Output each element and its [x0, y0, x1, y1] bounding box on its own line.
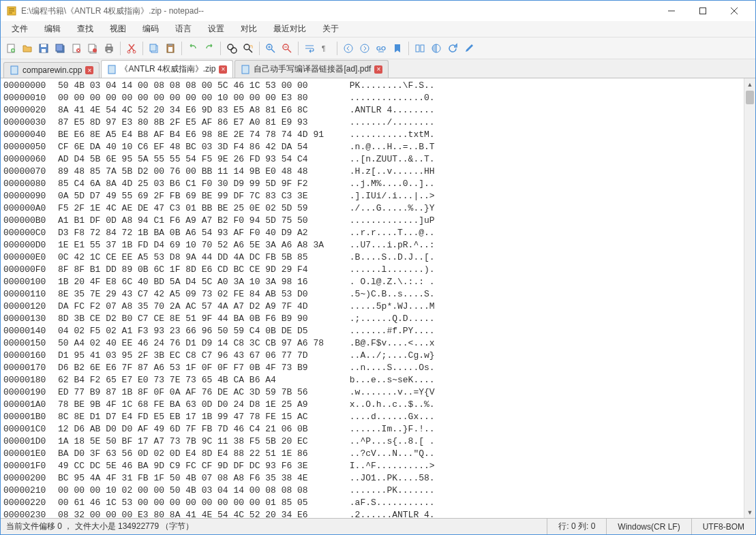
tab-compiler-pdf[interactable]: 自己动手写编译器链接器[ad].pdf × [235, 60, 389, 78]
menu-find[interactable]: 查找 [69, 21, 102, 37]
hex-row[interactable]: 00000200BC 95 4A 4F 31 FB 1F 50 4B 07 08… [3, 472, 753, 485]
tab-close-icon[interactable]: × [374, 65, 382, 74]
svg-rect-6 [42, 49, 46, 52]
hex-row[interactable]: 00000160D1 95 41 03 95 2F 3B EC C8 C7 96… [3, 350, 753, 362]
next-icon[interactable] [357, 41, 372, 56]
tab-close-icon[interactable]: × [85, 66, 93, 74]
svg-rect-34 [421, 45, 424, 52]
hex-row[interactable]: 0000022000 61 46 1C 53 00 00 00 00 00 00… [3, 497, 753, 509]
paste-icon[interactable] [163, 41, 178, 56]
toolbar-separator [259, 42, 260, 55]
cut-icon[interactable] [124, 41, 139, 56]
svg-rect-1 [700, 8, 706, 14]
hex-row[interactable]: 0000015050 A4 02 40 EE 46 24 76 D1 D9 14… [3, 337, 753, 350]
hex-row[interactable]: 0000007089 48 85 7A 5B D2 00 76 00 BB 11… [3, 166, 753, 178]
menu-encoding[interactable]: 编码 [134, 21, 167, 37]
menu-edit[interactable]: 编辑 [36, 21, 69, 37]
hex-row[interactable]: 0000008085 C4 6A 8A 4D 25 03 B6 C1 F0 30… [3, 178, 753, 190]
save-all-icon[interactable] [52, 41, 67, 56]
hex-row[interactable]: 000001108E 35 7E 29 43 C7 42 A5 09 73 02… [3, 288, 753, 301]
hex-row[interactable]: 0000001000 00 00 00 00 00 00 00 00 00 10… [3, 92, 753, 104]
svg-text:GO: GO [376, 45, 386, 52]
vertical-scrollbar[interactable]: ▲ ▼ [744, 78, 755, 518]
new-file-icon[interactable] [3, 41, 18, 56]
show-chars-icon[interactable]: ¶ [318, 41, 333, 56]
hex-row[interactable]: 000000D01E E1 55 37 1B FD D4 69 10 70 52… [3, 239, 753, 251]
toolbar-separator [181, 42, 182, 55]
bookmark-icon[interactable] [390, 41, 405, 56]
tab-comparewin[interactable]: comparewin.cpp × [3, 62, 100, 78]
hex-row[interactable]: 00000060AD D4 5B 6E 95 5A 55 55 54 F5 9E… [3, 153, 753, 166]
word-wrap-icon[interactable] [302, 41, 317, 56]
editor-area[interactable]: 0000000050 4B 03 04 14 00 08 08 08 00 5C… [1, 78, 755, 518]
scroll-down-arrow[interactable]: ▼ [744, 506, 755, 518]
replace-icon[interactable] [241, 41, 256, 56]
scroll-up-arrow[interactable]: ▲ [744, 78, 755, 90]
prev-icon[interactable] [341, 41, 356, 56]
save-icon[interactable] [36, 41, 51, 56]
refresh-icon[interactable] [445, 41, 460, 56]
menu-compare[interactable]: 对比 [232, 21, 265, 37]
hex-row[interactable]: 00000050CF 6E DA 40 10 C6 EF 48 BC 03 3D… [3, 141, 753, 153]
hex-row[interactable]: 000001308D 3B CE D2 B0 C7 CE 8E 51 9F 44… [3, 313, 753, 325]
hex-view[interactable]: 0000000050 4B 03 04 14 00 08 08 08 00 5C… [1, 78, 755, 518]
print-icon[interactable] [102, 41, 117, 56]
undo-icon[interactable] [185, 41, 200, 56]
menu-view[interactable]: 视图 [102, 21, 134, 37]
menu-about[interactable]: 关于 [314, 21, 347, 37]
hex-row[interactable]: 0000018062 B4 F2 65 E7 E0 73 7E 73 65 4B… [3, 374, 753, 386]
open-file-icon[interactable] [20, 41, 35, 56]
hex-row[interactable]: 000000F08F 8F B1 DD 89 0B 6C 1F 8D E6 CD… [3, 264, 753, 276]
maximize-button[interactable] [687, 1, 719, 21]
goto-icon[interactable]: GO [374, 41, 389, 56]
minimize-button[interactable] [656, 1, 687, 21]
status-eol[interactable]: Windows(CR LF) [606, 519, 691, 534]
copy-icon[interactable] [147, 41, 162, 56]
hex-row[interactable]: 000001F049 CC DC 5E 46 BA 9D C9 FC CF 9D… [3, 460, 753, 472]
scroll-thumb[interactable] [746, 91, 754, 104]
compare-icon[interactable] [412, 41, 427, 56]
hex-row[interactable]: 000001C012 D6 AB D0 D0 AF 49 6D 7F FB 7D… [3, 423, 753, 435]
close-file-icon[interactable] [69, 41, 84, 56]
close-all-icon[interactable] [85, 41, 100, 56]
hex-row[interactable]: 000000900A 5D D7 49 55 69 2F FB 69 BE 99… [3, 190, 753, 202]
menu-language[interactable]: 语言 [167, 21, 200, 37]
hex-row[interactable]: 000001D01A 18 5E 50 BF 17 A7 73 7B 9C 11… [3, 435, 753, 448]
edit-icon[interactable] [462, 41, 477, 56]
hex-row[interactable]: 0000014004 02 F5 02 A1 F3 93 23 66 96 50… [3, 325, 753, 337]
hex-row[interactable]: 00000170D6 B2 6E E6 7F 87 A6 53 1F 0F 0F… [3, 362, 753, 374]
hex-row[interactable]: 000000B0A1 B1 DF 0D A8 94 C1 F6 A9 A7 B2… [3, 215, 753, 227]
status-position: 行: 0 列: 0 [547, 519, 606, 534]
hex-row[interactable]: 00000040BE E6 8E A5 E4 B8 AF B4 E6 98 8E… [3, 129, 753, 141]
hex-row[interactable]: 000000E00C 42 1C CE EE A5 53 D8 9A 44 DD… [3, 251, 753, 264]
hex-row[interactable]: 000000A0F5 2F 1E 4C AE DE 47 C3 01 BB BE… [3, 202, 753, 215]
menu-file[interactable]: 文件 [3, 21, 36, 37]
zoom-out-icon[interactable] [279, 41, 294, 56]
menu-settings[interactable]: 设置 [200, 21, 232, 37]
tab-antlr-zip[interactable]: 《ANTLR 4权威指南》.zip × [101, 60, 233, 78]
hex-row[interactable]: 0000021000 00 00 10 02 00 00 50 4B 03 04… [3, 485, 753, 497]
redo-icon[interactable] [202, 41, 217, 56]
find-icon[interactable] [224, 41, 239, 56]
hex-row[interactable]: 0000003087 E5 8D 97 E3 80 8B 2F E5 AF 86… [3, 117, 753, 129]
close-button[interactable] [719, 1, 750, 21]
hex-row[interactable]: 000001B08C 8E D1 D7 E4 FD E5 EB 17 1B 99… [3, 411, 753, 423]
hex-row[interactable]: 00000120DA FC F2 07 A8 35 70 2A AC 57 4A… [3, 301, 753, 313]
tab-close-icon[interactable]: × [219, 65, 227, 74]
svg-rect-38 [242, 65, 249, 74]
hex-row[interactable]: 000000C0D3 F8 72 84 72 1B BA 0B A6 54 93… [3, 227, 753, 239]
zoom-in-icon[interactable] [263, 41, 278, 56]
hex-row[interactable]: 0000000050 4B 03 04 14 00 08 08 08 00 5C… [3, 80, 753, 92]
svg-point-24 [228, 44, 233, 50]
hex-row[interactable]: 0000023008 32 00 00 00 E3 80 8A 41 4E 54… [3, 509, 753, 518]
menu-recent-compare[interactable]: 最近对比 [265, 21, 314, 37]
status-encoding[interactable]: UTF8-BOM [691, 519, 755, 534]
hex-row[interactable]: 000000208A 41 4E 54 4C 52 20 34 E6 9D 83… [3, 104, 753, 117]
hex-row[interactable]: 00000190ED 77 B9 87 1B 8F 0F 0A AF 76 DE… [3, 386, 753, 399]
diff-icon[interactable] [429, 41, 444, 56]
hex-row[interactable]: 000001001B 20 4F E8 6C 40 BD 5A D4 5C A0… [3, 276, 753, 288]
svg-point-25 [231, 48, 237, 53]
titlebar: E:\编程书籍\《ANTLR 4权威指南》.zip - notepad-- [1, 1, 755, 21]
hex-row[interactable]: 000001A078 BE 9B 4F 1C 68 FE BA 63 0D D0… [3, 399, 753, 411]
hex-row[interactable]: 000001E0BA D0 3F 63 56 0D 02 0D E4 8D E4… [3, 448, 753, 460]
